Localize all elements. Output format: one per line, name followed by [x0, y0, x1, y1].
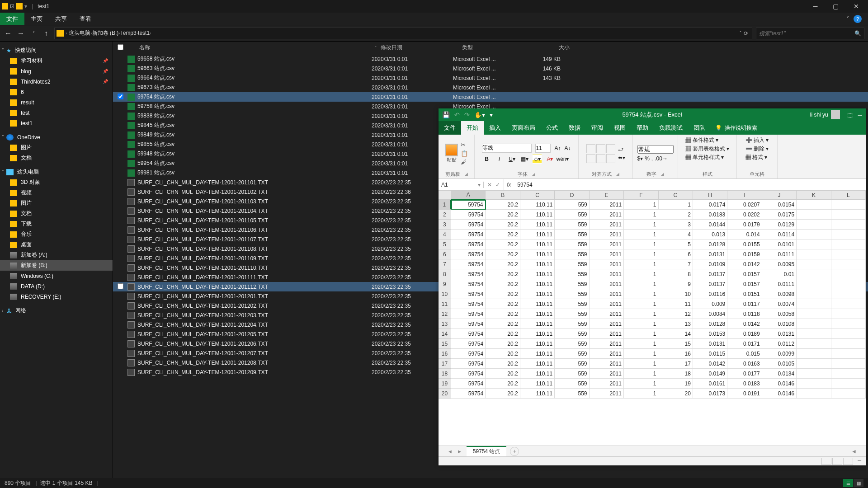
cell[interactable]: 0.0137 — [693, 279, 727, 289]
cell[interactable]: 2011 — [590, 329, 624, 339]
minimize-button[interactable]: ─ — [858, 112, 862, 118]
cell[interactable] — [797, 200, 831, 210]
cell[interactable] — [797, 309, 831, 319]
cell[interactable]: 20.2 — [486, 309, 520, 319]
col-header[interactable]: I — [727, 191, 762, 200]
cell[interactable]: 0.0099 — [762, 349, 797, 359]
delete-cells-button[interactable]: ➖ 删除 ▾ — [745, 145, 769, 153]
cell[interactable] — [797, 359, 831, 369]
cell[interactable]: 11 — [658, 299, 693, 309]
row-header[interactable]: 13 — [439, 319, 451, 329]
cell[interactable]: 59754 — [451, 259, 486, 269]
row-header[interactable]: 8 — [439, 269, 451, 279]
tab-共享[interactable]: 共享 — [49, 13, 73, 25]
ribbon-options-icon[interactable]: ⬚ — [847, 112, 853, 118]
col-type[interactable]: 类型 — [462, 44, 530, 52]
cell[interactable]: 559 — [555, 269, 589, 279]
excel-tab-插入[interactable]: 插入 — [484, 121, 506, 135]
sidebar-item[interactable]: DATA (D:) — [0, 281, 113, 291]
cell[interactable] — [831, 379, 866, 389]
undo-icon[interactable]: ↶ — [454, 111, 460, 118]
sidebar-item[interactable]: RECOVERY (E:) — [0, 291, 113, 302]
cell[interactable]: 20.2 — [486, 230, 520, 239]
back-button[interactable]: ← — [4, 29, 13, 38]
format-painter-icon[interactable]: 🖌 — [461, 159, 468, 165]
cell[interactable]: 20.2 — [486, 359, 520, 369]
col-header[interactable]: B — [486, 191, 520, 200]
cell[interactable]: 559 — [555, 210, 589, 220]
cell[interactable]: 59754 — [451, 369, 486, 379]
cell[interactable]: 20.2 — [486, 389, 520, 399]
cell[interactable]: 59754 — [451, 230, 486, 239]
cell[interactable]: 559 — [555, 299, 589, 309]
cell[interactable]: 0.0074 — [762, 299, 797, 309]
cell[interactable] — [797, 230, 831, 239]
cell[interactable]: 110.11 — [520, 369, 555, 379]
cell[interactable]: 559 — [555, 339, 589, 349]
cell[interactable]: 0.0134 — [762, 369, 797, 379]
copy-icon[interactable]: 📋 — [461, 150, 468, 157]
cell[interactable]: 559 — [555, 279, 589, 289]
tab-查看[interactable]: 查看 — [73, 13, 98, 25]
row-header[interactable]: 5 — [439, 239, 451, 249]
cell[interactable]: 0.0137 — [693, 269, 727, 279]
cell[interactable]: 20.2 — [486, 200, 520, 210]
sidebar-item[interactable]: 新加卷 (B:) — [0, 260, 113, 271]
insert-cells-button[interactable]: ➕ 插入 ▾ — [745, 136, 769, 144]
cell[interactable]: 1 — [624, 309, 658, 319]
cell[interactable]: 0.0183 — [693, 210, 727, 220]
cell[interactable]: 0.0149 — [693, 369, 727, 379]
address-bar[interactable]: › 这头电脑›新加卷 (B:)›Temp3›test1› ˅ ⟳ — [54, 28, 752, 39]
cell[interactable]: 559 — [555, 389, 589, 399]
cell[interactable]: 1 — [624, 259, 658, 269]
excel-tab-公式[interactable]: 公式 — [541, 121, 563, 135]
cell[interactable] — [831, 359, 866, 369]
cell[interactable]: 2011 — [590, 289, 624, 299]
cell[interactable]: 0.0191 — [727, 389, 762, 399]
row-header[interactable]: 19 — [439, 379, 451, 389]
cell[interactable]: 15 — [658, 339, 693, 349]
cell[interactable]: 0.0154 — [762, 200, 797, 210]
cell[interactable]: 0.0144 — [693, 220, 727, 230]
cell[interactable]: 0.0171 — [727, 339, 762, 349]
cell[interactable]: 2011 — [590, 269, 624, 279]
cell[interactable]: 559 — [555, 230, 589, 239]
cell[interactable]: 110.11 — [520, 329, 555, 339]
enter-icon[interactable]: ✓ — [495, 182, 500, 188]
cell[interactable]: 1 — [624, 200, 658, 210]
cell[interactable]: 1 — [624, 279, 658, 289]
cell[interactable] — [797, 249, 831, 259]
col-header[interactable]: E — [590, 191, 624, 200]
cell[interactable]: 20.2 — [486, 379, 520, 389]
excel-tab-帮助[interactable]: 帮助 — [631, 121, 654, 135]
cell[interactable] — [831, 339, 866, 349]
cell[interactable]: 1 — [624, 379, 658, 389]
cell[interactable]: 20.2 — [486, 329, 520, 339]
row-header[interactable]: 15 — [439, 339, 451, 349]
cell[interactable]: 0.0084 — [693, 309, 727, 319]
cell[interactable]: 559 — [555, 249, 589, 259]
cell[interactable] — [831, 269, 866, 279]
onedrive[interactable]: ˅OneDrive — [0, 132, 113, 142]
cell[interactable]: 559 — [555, 319, 589, 329]
cell[interactable]: 0.0207 — [727, 200, 762, 210]
cell[interactable] — [797, 289, 831, 299]
cell[interactable]: 0.0157 — [727, 269, 762, 279]
row-header[interactable]: 18 — [439, 369, 451, 379]
select-all-corner[interactable] — [439, 191, 451, 200]
cell[interactable]: 20.2 — [486, 339, 520, 349]
sheet-nav-next[interactable]: ► — [457, 449, 462, 454]
conditional-format-button[interactable]: ▦ 条件格式 ▾ — [685, 136, 718, 144]
sidebar-item[interactable]: 音乐 — [0, 229, 113, 239]
sidebar-item[interactable]: blog📌 — [0, 66, 113, 76]
cell[interactable]: 0.0117 — [727, 299, 762, 309]
cell-styles-button[interactable]: ▦ 单元格样式 ▾ — [685, 154, 724, 161]
cell[interactable]: 110.11 — [520, 299, 555, 309]
breadcrumb[interactable]: test1 — [138, 30, 150, 36]
icons-view-button[interactable]: ▦ — [854, 479, 863, 487]
sidebar-item[interactable]: 文档 — [0, 208, 113, 219]
cell[interactable]: 110.11 — [520, 200, 555, 210]
sidebar-item[interactable]: result — [0, 97, 113, 108]
save-icon[interactable]: 💾 — [442, 111, 450, 118]
minimize-button[interactable]: ─ — [805, 0, 826, 13]
